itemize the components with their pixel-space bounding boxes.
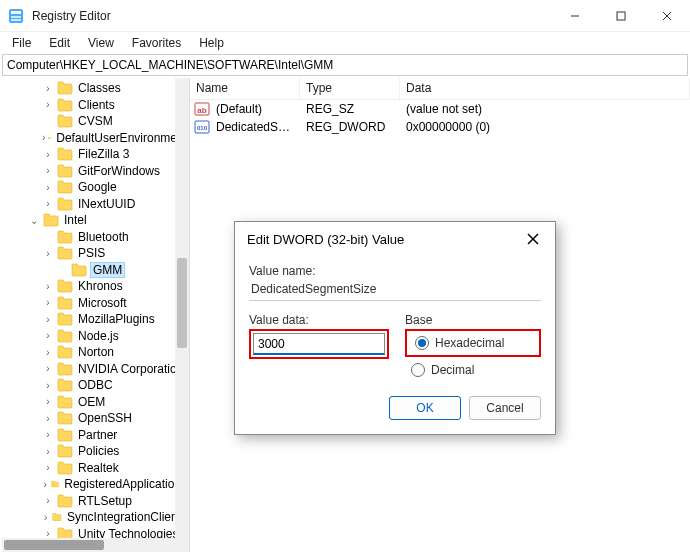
tree-item-nvidia-corporation[interactable]: ›NVIDIA Corporation xyxy=(0,361,189,378)
dialog-close-button[interactable] xyxy=(523,229,543,249)
menu-view[interactable]: View xyxy=(80,34,122,52)
menu-file[interactable]: File xyxy=(4,34,39,52)
chevron-down-icon[interactable]: ⌄ xyxy=(28,215,40,226)
svg-rect-5 xyxy=(617,12,625,20)
chevron-right-icon[interactable]: › xyxy=(42,396,54,407)
chevron-right-icon[interactable]: › xyxy=(42,83,54,94)
chevron-right-icon[interactable]: › xyxy=(42,248,54,259)
close-button[interactable] xyxy=(644,0,690,32)
chevron-right-icon[interactable]: › xyxy=(42,429,54,440)
tree-item-realtek[interactable]: ›Realtek xyxy=(0,460,189,477)
tree-item-bluetooth[interactable]: Bluetooth xyxy=(0,229,189,246)
tree-item-clients[interactable]: ›Clients xyxy=(0,97,189,114)
tree-item-partner[interactable]: ›Partner xyxy=(0,427,189,444)
value-row[interactable]: ab(Default)REG_SZ(value not set) xyxy=(190,100,690,118)
tree-item-intel[interactable]: ⌄Intel xyxy=(0,212,189,229)
tree-item-policies[interactable]: ›Policies xyxy=(0,443,189,460)
radio-decimal[interactable]: Decimal xyxy=(411,363,541,377)
chevron-right-icon[interactable]: › xyxy=(42,198,54,209)
tree-item-odbc[interactable]: ›ODBC xyxy=(0,377,189,394)
value-row[interactable]: 010DedicatedSegme...REG_DWORD0x00000000 … xyxy=(190,118,690,136)
tree-item-mozillaplugins[interactable]: ›MozillaPlugins xyxy=(0,311,189,328)
ok-button[interactable]: OK xyxy=(389,396,461,420)
value-type: REG_DWORD xyxy=(300,120,400,134)
chevron-right-icon[interactable]: › xyxy=(42,182,54,193)
tree-item-label: OEM xyxy=(76,395,107,409)
value-name: DedicatedSegme... xyxy=(210,120,300,134)
tree-item-label: RegisteredApplications xyxy=(62,477,189,491)
chevron-right-icon[interactable]: › xyxy=(42,363,54,374)
radio-icon xyxy=(411,363,425,377)
radio-hexadecimal[interactable]: Hexadecimal xyxy=(415,336,537,350)
column-header-type[interactable]: Type xyxy=(300,78,400,99)
chevron-right-icon[interactable]: › xyxy=(42,495,54,506)
tree-item-psis[interactable]: ›PSIS xyxy=(0,245,189,262)
tree-item-label: Microsoft xyxy=(76,296,129,310)
chevron-right-icon[interactable]: › xyxy=(42,281,54,292)
value-data-input[interactable] xyxy=(253,333,385,355)
maximize-button[interactable] xyxy=(598,0,644,32)
menu-favorites[interactable]: Favorites xyxy=(124,34,189,52)
tree-item-inextuuid[interactable]: ›INextUUID xyxy=(0,196,189,213)
tree-item-filezilla-3[interactable]: ›FileZilla 3 xyxy=(0,146,189,163)
svg-text:010: 010 xyxy=(197,125,208,131)
tree-item-google[interactable]: ›Google xyxy=(0,179,189,196)
tree-item-gmm[interactable]: GMM xyxy=(0,262,189,279)
tree-item-node-js[interactable]: ›Node.js xyxy=(0,328,189,345)
dword-value-icon: 010 xyxy=(194,119,210,135)
svg-rect-1 xyxy=(11,11,21,14)
column-header-name[interactable]: Name xyxy=(190,78,300,99)
chevron-right-icon[interactable]: › xyxy=(42,347,54,358)
chevron-right-icon[interactable]: › xyxy=(42,165,54,176)
tree-item-cvsm[interactable]: CVSM xyxy=(0,113,189,130)
chevron-right-icon[interactable]: › xyxy=(42,446,54,457)
tree-scrollbar[interactable] xyxy=(175,78,189,552)
value-data: (value not set) xyxy=(400,102,690,116)
chevron-right-icon[interactable]: › xyxy=(42,149,54,160)
value-data: 0x00000000 (0) xyxy=(400,120,690,134)
tree-scroll-thumb[interactable] xyxy=(177,258,187,348)
chevron-right-icon[interactable]: › xyxy=(42,99,54,110)
base-label: Base xyxy=(405,313,541,327)
chevron-right-icon[interactable]: › xyxy=(42,413,54,424)
tree-item-oem[interactable]: ›OEM xyxy=(0,394,189,411)
string-value-icon: ab xyxy=(194,101,210,117)
tree-item-defaultuserenvironment[interactable]: ›DefaultUserEnvironment xyxy=(0,130,189,147)
tree-item-gitforwindows[interactable]: ›GitForWindows xyxy=(0,163,189,180)
tree-item-registeredapplications[interactable]: ›RegisteredApplications xyxy=(0,476,189,493)
tree-item-microsoft[interactable]: ›Microsoft xyxy=(0,295,189,312)
tree-item-syncintegrationclients[interactable]: ›SyncIntegrationClients xyxy=(0,509,189,526)
tree-item-label: Partner xyxy=(76,428,119,442)
chevron-right-icon[interactable]: › xyxy=(42,479,48,490)
window-title: Registry Editor xyxy=(32,9,552,23)
tree-item-norton[interactable]: ›Norton xyxy=(0,344,189,361)
tree-item-khronos[interactable]: ›Khronos xyxy=(0,278,189,295)
chevron-right-icon[interactable]: › xyxy=(42,512,49,523)
tree-item-label: Intel xyxy=(62,213,89,227)
column-header-data[interactable]: Data xyxy=(400,78,690,99)
tree-item-openssh[interactable]: ›OpenSSH xyxy=(0,410,189,427)
tree-item-label: SyncIntegrationClients xyxy=(65,510,189,524)
chevron-right-icon[interactable]: › xyxy=(42,380,54,391)
edit-dword-dialog: Edit DWORD (32-bit) Value Value name: De… xyxy=(234,221,556,435)
tree-item-label: Classes xyxy=(76,81,123,95)
cancel-button[interactable]: Cancel xyxy=(469,396,541,420)
horizontal-scrollbar[interactable] xyxy=(2,538,182,552)
menu-edit[interactable]: Edit xyxy=(41,34,78,52)
tree-item-label: Bluetooth xyxy=(76,230,131,244)
chevron-right-icon[interactable]: › xyxy=(42,132,45,143)
tree-item-classes[interactable]: ›Classes xyxy=(0,80,189,97)
minimize-button[interactable] xyxy=(552,0,598,32)
chevron-right-icon[interactable]: › xyxy=(42,462,54,473)
tree-item-rtlsetup[interactable]: ›RTLSetup xyxy=(0,493,189,510)
address-bar[interactable]: Computer\HKEY_LOCAL_MACHINE\SOFTWARE\Int… xyxy=(2,54,688,76)
svg-text:ab: ab xyxy=(197,106,206,115)
value-type: REG_SZ xyxy=(300,102,400,116)
chevron-right-icon[interactable]: › xyxy=(42,314,54,325)
tree-item-label: OpenSSH xyxy=(76,411,134,425)
chevron-right-icon[interactable]: › xyxy=(42,330,54,341)
value-name-label: Value name: xyxy=(249,264,541,278)
horizontal-scroll-thumb[interactable] xyxy=(4,540,104,550)
chevron-right-icon[interactable]: › xyxy=(42,297,54,308)
menu-help[interactable]: Help xyxy=(191,34,232,52)
